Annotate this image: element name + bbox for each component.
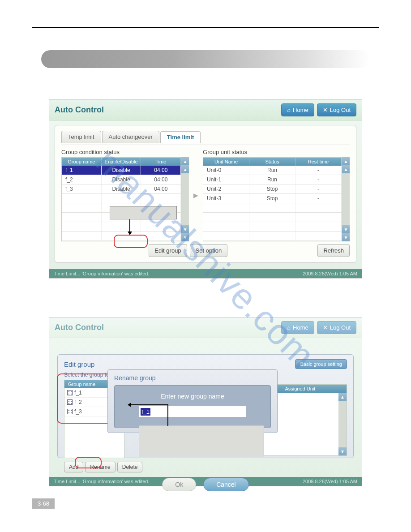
callout-box [110,206,177,219]
list-item-label: f_3 [74,408,82,415]
table-row [203,222,342,232]
cell: Disable [102,166,141,175]
home-button[interactable]: ⌂ Home [281,103,314,116]
home-label: Home [293,107,308,113]
cell: Unit-2 [203,184,249,193]
tab-auto-changeover[interactable]: Auto changeover [102,131,159,143]
cell: Disable [102,175,141,184]
arrow-right-icon: ▶ [193,192,199,199]
cell: Unit-1 [203,175,249,184]
home-button[interactable]: ⌂ Home [281,321,314,334]
group-unit-title: Group unit status [203,149,350,155]
table-row [62,222,181,232]
status-bar: Time Limit... 'Group information' was ed… [49,269,362,278]
add-button[interactable]: Add [64,462,83,472]
rename-button[interactable]: Rename [85,462,115,472]
logout-button[interactable]: ✕ Log Out [317,103,356,116]
group-icon [67,399,73,405]
page-number: 3-68 [32,498,55,509]
scroll-down-icon[interactable]: ▼ [181,233,189,241]
cell: - [295,184,342,193]
group-icon [67,409,73,414]
home-icon: ⌂ [287,324,291,331]
cell: - [295,166,342,175]
logout-label: Log Out [330,324,351,331]
callout-box [139,425,264,456]
scroll-down-icon[interactable]: ▼ [342,225,350,233]
table-row[interactable]: Unit-0Run- [203,166,342,175]
status-message: Time Limit... 'Group information' was ed… [54,271,150,276]
home-label: Home [293,324,308,331]
table-row [203,232,342,241]
col-enable: Enable/Disable [102,158,141,166]
scroll-up-icon[interactable]: ▲ [338,393,347,401]
list-item-label: f_2 [74,399,82,405]
cell: f_2 [62,175,102,184]
group-condition-table: Group name Enable/Disable Time f_1Disabl… [61,157,181,241]
edit-group-button[interactable]: Edit group [149,244,187,257]
col-unit-name: Unit Name [203,158,249,166]
scrollbar[interactable]: ▲ ▲ ▼ ▼ [342,157,350,241]
scroll-up-icon[interactable]: ▲ [342,157,350,165]
cell: Run [249,175,295,184]
table-row[interactable]: Unit-1Run- [203,175,342,184]
app-title: Auto Control [55,105,104,115]
callout-connector [167,404,168,426]
scroll-down-icon[interactable]: ▼ [342,233,350,241]
cell: Unit-3 [203,194,249,203]
cell: 04:00 [141,175,181,184]
tab-time-limit[interactable]: Time limit [160,131,201,143]
close-icon: ✕ [323,107,328,113]
col-time: Time [141,158,181,166]
tab-temp-limit[interactable]: Temp limit [61,131,101,143]
table-row [62,194,181,203]
cell: f_3 [62,184,102,193]
scrollbar[interactable]: ▲ ▲ ▼ ▼ [181,157,189,241]
table-row[interactable]: Unit-2Stop- [203,184,342,194]
rename-dialog-title: Rename group [114,374,271,382]
scroll-up-icon[interactable]: ▲ [181,157,189,165]
cell: f_1 [62,166,102,175]
edit-group-title: Edit group [64,360,94,368]
table-row [203,203,342,213]
set-option-button[interactable]: Set option [190,244,228,257]
scroll-down-icon[interactable]: ▼ [181,225,189,233]
scroll-down-icon[interactable]: ▼ [338,447,347,455]
group-unit-table: Unit Name Status Rest time Unit-0Run- Un… [203,157,342,241]
app-header: Auto Control ⌂ Home ✕ Log Out [49,100,362,120]
arrow-to-edit-group [129,219,130,235]
rename-input[interactable]: f_1 [139,406,246,417]
col-group-name: Group name [62,158,102,166]
rename-input-value: f_1 [141,408,150,416]
cell: 04:00 [141,166,181,175]
table-row [62,232,181,241]
app-title: Auto Control [55,323,104,332]
table-row[interactable]: f_2Disable04:00 [62,175,181,184]
cell: Stop [249,194,295,203]
status-datetime: 2009.8.26(Wed) 1:05 AM [303,271,357,276]
section-banner [41,50,370,68]
col-status: Status [249,158,295,166]
cancel-button[interactable]: Cancel [203,478,249,491]
table-row[interactable]: f_1Disable04:00 [62,166,181,175]
table-row[interactable]: f_3Disable04:00 [62,184,181,194]
cell: Run [249,166,295,175]
list-item-label: f_1 [74,390,82,396]
basic-group-setting-button[interactable]: Basic group setting [295,359,347,369]
logout-button[interactable]: ✕ Log Out [317,321,356,334]
ok-button[interactable]: Ok [162,478,196,491]
logout-label: Log Out [330,107,351,113]
arrow-to-input [128,404,168,405]
table-row [203,213,342,222]
scroll-up-icon[interactable]: ▲ [342,165,350,173]
scrollbar[interactable]: ▲ ▼ [338,393,347,455]
screenshot-edit-group: Auto Control ⌂ Home ✕ Log Out Edit group… [49,317,362,486]
group-condition-title: Group condition status [61,149,189,155]
scroll-up-icon[interactable]: ▲ [181,165,189,173]
delete-button[interactable]: Delete [117,462,143,472]
col-rest: Rest time [295,158,342,166]
cell: - [295,175,342,184]
refresh-button[interactable]: Refresh [317,244,350,257]
cell: - [295,194,342,203]
table-row[interactable]: Unit-3Stop- [203,194,342,203]
